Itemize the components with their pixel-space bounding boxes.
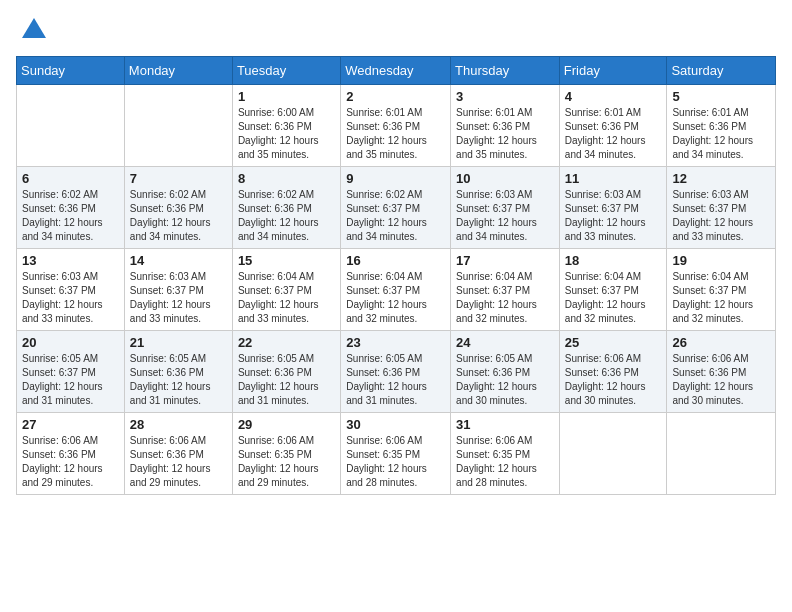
day-number: 6 bbox=[22, 171, 119, 186]
day-number: 31 bbox=[456, 417, 554, 432]
calendar-day-cell: 14Sunrise: 6:03 AMSunset: 6:37 PMDayligh… bbox=[124, 249, 232, 331]
calendar-week-row: 27Sunrise: 6:06 AMSunset: 6:36 PMDayligh… bbox=[17, 413, 776, 495]
day-info: Sunrise: 6:03 AMSunset: 6:37 PMDaylight:… bbox=[130, 270, 227, 326]
day-number: 8 bbox=[238, 171, 335, 186]
day-number: 11 bbox=[565, 171, 662, 186]
day-number: 27 bbox=[22, 417, 119, 432]
svg-marker-0 bbox=[22, 18, 46, 38]
day-info: Sunrise: 6:02 AMSunset: 6:36 PMDaylight:… bbox=[22, 188, 119, 244]
calendar-day-cell: 18Sunrise: 6:04 AMSunset: 6:37 PMDayligh… bbox=[559, 249, 667, 331]
calendar-day-cell: 16Sunrise: 6:04 AMSunset: 6:37 PMDayligh… bbox=[341, 249, 451, 331]
day-info: Sunrise: 6:03 AMSunset: 6:37 PMDaylight:… bbox=[456, 188, 554, 244]
day-number: 22 bbox=[238, 335, 335, 350]
day-info: Sunrise: 6:03 AMSunset: 6:37 PMDaylight:… bbox=[672, 188, 770, 244]
calendar-day-cell: 31Sunrise: 6:06 AMSunset: 6:35 PMDayligh… bbox=[451, 413, 560, 495]
calendar-day-cell: 20Sunrise: 6:05 AMSunset: 6:37 PMDayligh… bbox=[17, 331, 125, 413]
day-number: 26 bbox=[672, 335, 770, 350]
day-info: Sunrise: 6:05 AMSunset: 6:36 PMDaylight:… bbox=[238, 352, 335, 408]
day-info: Sunrise: 6:05 AMSunset: 6:37 PMDaylight:… bbox=[22, 352, 119, 408]
day-number: 15 bbox=[238, 253, 335, 268]
day-number: 30 bbox=[346, 417, 445, 432]
day-info: Sunrise: 6:06 AMSunset: 6:35 PMDaylight:… bbox=[238, 434, 335, 490]
calendar-day-cell: 15Sunrise: 6:04 AMSunset: 6:37 PMDayligh… bbox=[232, 249, 340, 331]
day-info: Sunrise: 6:06 AMSunset: 6:36 PMDaylight:… bbox=[22, 434, 119, 490]
calendar-day-cell: 2Sunrise: 6:01 AMSunset: 6:36 PMDaylight… bbox=[341, 85, 451, 167]
calendar-day-cell: 26Sunrise: 6:06 AMSunset: 6:36 PMDayligh… bbox=[667, 331, 776, 413]
calendar-day-cell: 17Sunrise: 6:04 AMSunset: 6:37 PMDayligh… bbox=[451, 249, 560, 331]
day-info: Sunrise: 6:02 AMSunset: 6:37 PMDaylight:… bbox=[346, 188, 445, 244]
day-info: Sunrise: 6:05 AMSunset: 6:36 PMDaylight:… bbox=[346, 352, 445, 408]
weekday-header-thursday: Thursday bbox=[451, 57, 560, 85]
calendar-week-row: 6Sunrise: 6:02 AMSunset: 6:36 PMDaylight… bbox=[17, 167, 776, 249]
page-header bbox=[16, 16, 776, 44]
calendar-day-cell: 25Sunrise: 6:06 AMSunset: 6:36 PMDayligh… bbox=[559, 331, 667, 413]
calendar-day-cell: 8Sunrise: 6:02 AMSunset: 6:36 PMDaylight… bbox=[232, 167, 340, 249]
day-number: 17 bbox=[456, 253, 554, 268]
weekday-header-monday: Monday bbox=[124, 57, 232, 85]
calendar-day-cell: 29Sunrise: 6:06 AMSunset: 6:35 PMDayligh… bbox=[232, 413, 340, 495]
day-number: 28 bbox=[130, 417, 227, 432]
day-number: 7 bbox=[130, 171, 227, 186]
calendar-day-cell: 12Sunrise: 6:03 AMSunset: 6:37 PMDayligh… bbox=[667, 167, 776, 249]
day-number: 21 bbox=[130, 335, 227, 350]
logo-icon bbox=[20, 16, 48, 44]
day-number: 13 bbox=[22, 253, 119, 268]
day-number: 4 bbox=[565, 89, 662, 104]
day-number: 9 bbox=[346, 171, 445, 186]
calendar-day-cell bbox=[17, 85, 125, 167]
calendar-day-cell: 11Sunrise: 6:03 AMSunset: 6:37 PMDayligh… bbox=[559, 167, 667, 249]
day-info: Sunrise: 6:05 AMSunset: 6:36 PMDaylight:… bbox=[130, 352, 227, 408]
weekday-header-row: SundayMondayTuesdayWednesdayThursdayFrid… bbox=[17, 57, 776, 85]
day-info: Sunrise: 6:04 AMSunset: 6:37 PMDaylight:… bbox=[346, 270, 445, 326]
day-number: 1 bbox=[238, 89, 335, 104]
calendar-day-cell: 9Sunrise: 6:02 AMSunset: 6:37 PMDaylight… bbox=[341, 167, 451, 249]
calendar-day-cell: 13Sunrise: 6:03 AMSunset: 6:37 PMDayligh… bbox=[17, 249, 125, 331]
calendar-day-cell: 21Sunrise: 6:05 AMSunset: 6:36 PMDayligh… bbox=[124, 331, 232, 413]
calendar-week-row: 1Sunrise: 6:00 AMSunset: 6:36 PMDaylight… bbox=[17, 85, 776, 167]
calendar-day-cell: 3Sunrise: 6:01 AMSunset: 6:36 PMDaylight… bbox=[451, 85, 560, 167]
calendar-day-cell bbox=[559, 413, 667, 495]
day-info: Sunrise: 6:05 AMSunset: 6:36 PMDaylight:… bbox=[456, 352, 554, 408]
calendar-day-cell: 19Sunrise: 6:04 AMSunset: 6:37 PMDayligh… bbox=[667, 249, 776, 331]
calendar-day-cell bbox=[667, 413, 776, 495]
weekday-header-saturday: Saturday bbox=[667, 57, 776, 85]
day-info: Sunrise: 6:04 AMSunset: 6:37 PMDaylight:… bbox=[456, 270, 554, 326]
day-number: 18 bbox=[565, 253, 662, 268]
day-info: Sunrise: 6:06 AMSunset: 6:36 PMDaylight:… bbox=[672, 352, 770, 408]
calendar-day-cell bbox=[124, 85, 232, 167]
day-info: Sunrise: 6:06 AMSunset: 6:35 PMDaylight:… bbox=[346, 434, 445, 490]
calendar-week-row: 20Sunrise: 6:05 AMSunset: 6:37 PMDayligh… bbox=[17, 331, 776, 413]
day-info: Sunrise: 6:06 AMSunset: 6:36 PMDaylight:… bbox=[130, 434, 227, 490]
weekday-header-sunday: Sunday bbox=[17, 57, 125, 85]
day-info: Sunrise: 6:00 AMSunset: 6:36 PMDaylight:… bbox=[238, 106, 335, 162]
logo bbox=[16, 16, 48, 44]
day-number: 3 bbox=[456, 89, 554, 104]
day-info: Sunrise: 6:04 AMSunset: 6:37 PMDaylight:… bbox=[565, 270, 662, 326]
day-number: 20 bbox=[22, 335, 119, 350]
day-info: Sunrise: 6:03 AMSunset: 6:37 PMDaylight:… bbox=[565, 188, 662, 244]
calendar-day-cell: 23Sunrise: 6:05 AMSunset: 6:36 PMDayligh… bbox=[341, 331, 451, 413]
day-number: 14 bbox=[130, 253, 227, 268]
day-number: 23 bbox=[346, 335, 445, 350]
day-number: 12 bbox=[672, 171, 770, 186]
day-info: Sunrise: 6:06 AMSunset: 6:35 PMDaylight:… bbox=[456, 434, 554, 490]
calendar-day-cell: 30Sunrise: 6:06 AMSunset: 6:35 PMDayligh… bbox=[341, 413, 451, 495]
day-info: Sunrise: 6:03 AMSunset: 6:37 PMDaylight:… bbox=[22, 270, 119, 326]
day-number: 5 bbox=[672, 89, 770, 104]
day-info: Sunrise: 6:04 AMSunset: 6:37 PMDaylight:… bbox=[672, 270, 770, 326]
day-info: Sunrise: 6:02 AMSunset: 6:36 PMDaylight:… bbox=[130, 188, 227, 244]
calendar-day-cell: 10Sunrise: 6:03 AMSunset: 6:37 PMDayligh… bbox=[451, 167, 560, 249]
day-info: Sunrise: 6:06 AMSunset: 6:36 PMDaylight:… bbox=[565, 352, 662, 408]
calendar-table: SundayMondayTuesdayWednesdayThursdayFrid… bbox=[16, 56, 776, 495]
weekday-header-wednesday: Wednesday bbox=[341, 57, 451, 85]
day-info: Sunrise: 6:01 AMSunset: 6:36 PMDaylight:… bbox=[346, 106, 445, 162]
calendar-day-cell: 28Sunrise: 6:06 AMSunset: 6:36 PMDayligh… bbox=[124, 413, 232, 495]
calendar-day-cell: 27Sunrise: 6:06 AMSunset: 6:36 PMDayligh… bbox=[17, 413, 125, 495]
day-info: Sunrise: 6:02 AMSunset: 6:36 PMDaylight:… bbox=[238, 188, 335, 244]
day-info: Sunrise: 6:01 AMSunset: 6:36 PMDaylight:… bbox=[565, 106, 662, 162]
calendar-week-row: 13Sunrise: 6:03 AMSunset: 6:37 PMDayligh… bbox=[17, 249, 776, 331]
calendar-day-cell: 24Sunrise: 6:05 AMSunset: 6:36 PMDayligh… bbox=[451, 331, 560, 413]
calendar-day-cell: 7Sunrise: 6:02 AMSunset: 6:36 PMDaylight… bbox=[124, 167, 232, 249]
day-number: 24 bbox=[456, 335, 554, 350]
calendar-day-cell: 6Sunrise: 6:02 AMSunset: 6:36 PMDaylight… bbox=[17, 167, 125, 249]
